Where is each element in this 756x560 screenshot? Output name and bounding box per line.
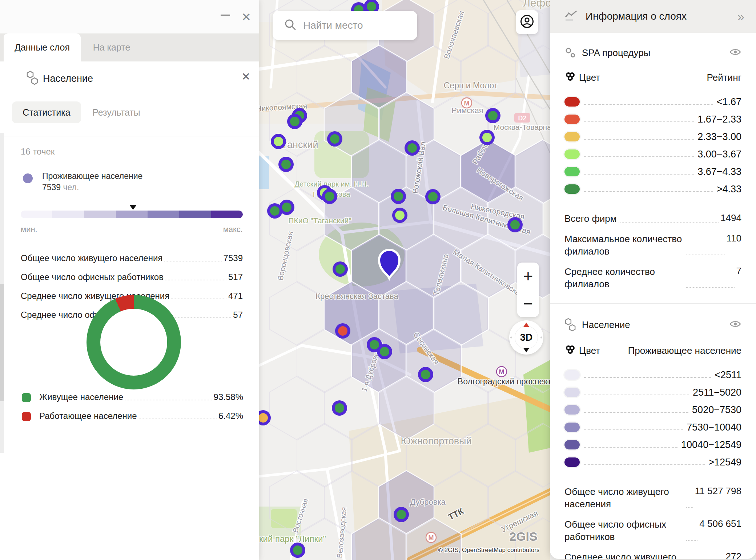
scale-color-pill xyxy=(564,440,580,449)
poi-marker[interactable] xyxy=(510,220,520,229)
subtab-results[interactable]: Результаты xyxy=(87,101,145,123)
tab-on-map[interactable]: На карте xyxy=(81,33,142,61)
scale-row: 3.67−4.33 xyxy=(564,163,741,180)
layer-close-icon[interactable]: ✕ xyxy=(241,70,250,83)
metric-legend: Проживающее население 7539 чел. xyxy=(21,171,243,193)
street-label: Москва-Товарная xyxy=(494,123,555,131)
layer-name: Население xyxy=(582,319,729,331)
slider-marker[interactable] xyxy=(129,205,137,210)
stat-value: 1494 xyxy=(720,212,741,224)
slider-min-label: мин. xyxy=(21,225,37,234)
stat-label: Всего фирм xyxy=(564,212,617,225)
scale-range-label: >4.33 xyxy=(717,184,741,195)
leader-dashes xyxy=(584,104,713,105)
layer-title-row: Население ✕ xyxy=(0,61,259,101)
scale-range-label: 3.67−4.33 xyxy=(697,166,741,177)
poi-marker[interactable] xyxy=(258,413,268,423)
poi-marker[interactable] xyxy=(325,192,334,201)
stat-value: 7 xyxy=(736,265,741,277)
user-icon xyxy=(519,13,535,31)
map-attribution: © 2GIS, OpenStreetMap contributors xyxy=(438,547,540,553)
scale-row: 10040−12549 xyxy=(564,436,741,453)
poi-marker[interactable] xyxy=(282,203,291,212)
poi-marker[interactable] xyxy=(290,117,299,126)
donut-legend: Живущее население93.58%Работающее населе… xyxy=(21,392,243,430)
scale-color-pill xyxy=(564,457,580,467)
street-label: Лефо xyxy=(523,0,551,9)
poi-marker[interactable] xyxy=(270,206,280,216)
poi-marker[interactable] xyxy=(380,347,389,356)
subtab-statistics[interactable]: Статистика xyxy=(12,101,81,123)
poi-marker[interactable] xyxy=(395,211,405,220)
poi-marker[interactable] xyxy=(335,403,344,413)
scrollbar-thumb[interactable] xyxy=(0,284,4,401)
leader-dashes xyxy=(584,429,683,430)
divider xyxy=(550,303,756,304)
poi-marker[interactable] xyxy=(338,326,347,336)
legend-swatch xyxy=(22,393,31,402)
poi-marker[interactable] xyxy=(421,370,430,379)
map-3d-compass-control[interactable]: 3D xyxy=(509,320,543,355)
layers-info-panel: Информация о слоях » SPA процедуры Цвет … xyxy=(550,0,756,559)
leader-dots xyxy=(139,419,217,419)
collapse-panel-icon[interactable]: » xyxy=(737,9,744,24)
leader-dashes xyxy=(584,156,694,157)
minimize-icon[interactable] xyxy=(221,15,230,16)
scale-color-pill xyxy=(564,97,580,107)
scale-color-pill xyxy=(564,423,580,432)
poi-marker[interactable] xyxy=(281,160,291,169)
poi-marker[interactable] xyxy=(482,133,492,142)
poi-marker[interactable] xyxy=(274,137,283,146)
value-range-slider[interactable]: мин. макс. xyxy=(21,211,243,234)
scale-row: 3.00−3.67 xyxy=(564,145,741,163)
stat-value: 11 527 798 xyxy=(695,485,741,497)
donut-legend-row: Живущее население93.58% xyxy=(21,392,243,402)
left-panel-scrollbar[interactable] xyxy=(0,133,4,453)
poi-marker[interactable] xyxy=(397,510,406,519)
visibility-eye-icon[interactable] xyxy=(729,320,741,329)
panel-window-bar: ✕ xyxy=(0,0,259,33)
color-label: Цвет xyxy=(579,345,600,356)
poi-marker[interactable] xyxy=(370,340,379,349)
stat-value: 471 xyxy=(228,291,243,301)
compass-east-dot xyxy=(540,337,542,339)
d2-badge-text: D2 xyxy=(518,115,526,122)
stat-value: 517 xyxy=(228,272,243,282)
poi-marker[interactable] xyxy=(407,143,417,153)
poi-marker[interactable] xyxy=(293,545,302,555)
poi-marker[interactable] xyxy=(367,2,376,11)
layer-subtabs: Статистика Результаты xyxy=(0,101,259,136)
leader-dashes xyxy=(584,139,694,140)
poi-marker[interactable] xyxy=(335,264,345,274)
leader-dots xyxy=(686,507,693,508)
layer-name: SPA процедуры xyxy=(582,47,729,59)
stat-label: Максимальное количество филиалов xyxy=(564,233,684,257)
color-attribute[interactable]: Рейтинг xyxy=(600,72,741,83)
view-3d-button[interactable]: 3D xyxy=(515,326,538,349)
search-input[interactable] xyxy=(302,19,435,32)
tab-layer-data[interactable]: Данные слоя xyxy=(4,33,81,61)
poi-marker[interactable] xyxy=(394,192,403,201)
scale-range-label: 1.67−2.33 xyxy=(697,114,741,125)
leader-dashes xyxy=(584,395,689,395)
zoom-in-button[interactable]: + xyxy=(517,263,539,290)
color-attribute[interactable]: Проживающее население xyxy=(600,345,741,356)
poi-marker[interactable] xyxy=(488,111,498,120)
close-icon[interactable]: ✕ xyxy=(241,10,251,24)
stat-value: 7539 xyxy=(224,253,243,263)
account-button[interactable] xyxy=(516,10,538,34)
visibility-eye-icon[interactable] xyxy=(729,48,741,57)
street-label: Крестьянская Застава xyxy=(315,292,398,301)
poi-marker[interactable] xyxy=(330,134,339,144)
leader-dots xyxy=(686,255,725,255)
zoom-out-button[interactable]: − xyxy=(517,290,539,317)
map-search-bar[interactable] xyxy=(273,11,417,40)
leader-dots xyxy=(164,261,221,261)
leader-dots xyxy=(619,222,719,223)
section-stats: Всего фирм1494Максимальное количество фи… xyxy=(564,212,741,290)
zoom-control[interactable]: + − xyxy=(517,263,539,317)
points-count: 16 точек xyxy=(21,147,243,157)
poi-marker[interactable] xyxy=(428,192,438,201)
color-blob-icon xyxy=(564,344,576,357)
color-scale: <1.671.67−2.332.33−3.003.00−3.673.67−4.3… xyxy=(564,93,741,198)
